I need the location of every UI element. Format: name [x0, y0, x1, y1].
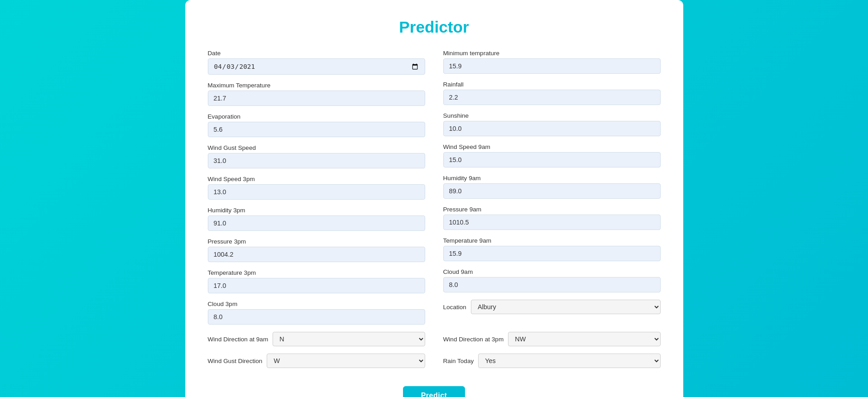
- cloud-3pm-label: Cloud 3pm: [208, 301, 425, 307]
- wind-gust-speed-label: Wind Gust Speed: [208, 144, 425, 151]
- location-label: Location: [443, 304, 466, 311]
- max-temp-label: Maximum Temperature: [208, 82, 425, 89]
- temp-3pm-input[interactable]: [208, 278, 425, 293]
- rain-today-select[interactable]: Yes No: [478, 354, 660, 368]
- humidity-9am-input[interactable]: [443, 183, 661, 199]
- wind-gust-dir-label: Wind Gust Direction: [208, 358, 263, 364]
- rain-today-label: Rain Today: [443, 358, 474, 364]
- max-temp-group: Maximum Temperature: [208, 82, 425, 106]
- pressure-9am-input[interactable]: [443, 215, 661, 230]
- wind-dir-3pm-select[interactable]: NNENNENNWNW EENEESESSE SSESSWSWWWNWWSW: [508, 332, 660, 346]
- location-group: Location Albury BadgerysCreek Cobar Coff…: [443, 300, 661, 314]
- temp-9am-group: Temperature 9am: [443, 237, 661, 261]
- wind-dir-9am-select[interactable]: NNENNENNWNW EENEESESSE SSESSWSWWWNWWSW: [273, 332, 425, 346]
- cloud-3pm-input[interactable]: [208, 309, 425, 325]
- wind-speed-9am-input[interactable]: [443, 152, 661, 167]
- evaporation-group: Evaporation: [208, 113, 425, 137]
- min-temp-label: Minimum temprature: [443, 50, 661, 57]
- wind-dir-3pm-group: Wind Direction at 3pm NNENNENNWNW EENEES…: [443, 332, 661, 346]
- right-column: Minimum temprature Rainfall Sunshine Win…: [443, 50, 661, 332]
- evaporation-input[interactable]: [208, 122, 425, 137]
- rainfall-group: Rainfall: [443, 81, 661, 105]
- pressure-9am-group: Pressure 9am: [443, 206, 661, 230]
- wind-gust-dir-group: Wind Gust Direction NNENNENNWNW EENEESES…: [208, 354, 425, 368]
- rain-today-group: Rain Today Yes No: [443, 354, 661, 368]
- evaporation-label: Evaporation: [208, 113, 425, 120]
- sunshine-label: Sunshine: [443, 112, 661, 119]
- predict-button[interactable]: Predict: [403, 386, 465, 397]
- left-column: Date Maximum Temperature Evaporation Win…: [208, 50, 425, 332]
- left-dropdowns: Wind Direction at 9am NNENNENNWNW EENEES…: [208, 332, 425, 375]
- wind-gust-speed-input[interactable]: [208, 153, 425, 168]
- cloud-9am-group: Cloud 9am: [443, 268, 661, 292]
- page-title: Predictor: [208, 18, 661, 36]
- location-select[interactable]: Albury BadgerysCreek Cobar CoffsHarbour …: [471, 300, 661, 314]
- humidity-9am-label: Humidity 9am: [443, 175, 661, 182]
- temp-3pm-label: Temperature 3pm: [208, 269, 425, 276]
- wind-speed-3pm-input[interactable]: [208, 184, 425, 200]
- wind-speed-9am-label: Wind Speed 9am: [443, 143, 661, 150]
- rainfall-input[interactable]: [443, 90, 661, 105]
- sunshine-input[interactable]: [443, 121, 661, 136]
- wind-dir-9am-label: Wind Direction at 9am: [208, 336, 269, 343]
- pressure-3pm-input[interactable]: [208, 247, 425, 262]
- humidity-9am-group: Humidity 9am: [443, 175, 661, 199]
- wind-dir-3pm-label: Wind Direction at 3pm: [443, 336, 504, 343]
- date-input[interactable]: [208, 58, 425, 75]
- predict-row: Predict: [208, 386, 661, 397]
- date-group: Date: [208, 50, 425, 75]
- wind-dir-9am-group: Wind Direction at 9am NNENNENNWNW EENEES…: [208, 332, 425, 346]
- cloud-9am-input[interactable]: [443, 277, 661, 292]
- predictor-card: Predictor Date Maximum Temperature Evapo…: [185, 0, 683, 397]
- min-temp-group: Minimum temprature: [443, 50, 661, 74]
- humidity-3pm-input[interactable]: [208, 215, 425, 231]
- temp-9am-input[interactable]: [443, 246, 661, 261]
- form-grid: Date Maximum Temperature Evaporation Win…: [208, 50, 661, 332]
- rainfall-label: Rainfall: [443, 81, 661, 88]
- date-label: Date: [208, 50, 425, 57]
- cloud-3pm-group: Cloud 3pm: [208, 301, 425, 325]
- wind-gust-speed-group: Wind Gust Speed: [208, 144, 425, 168]
- right-dropdowns: Wind Direction at 3pm NNENNENNWNW EENEES…: [443, 332, 661, 375]
- pressure-3pm-group: Pressure 3pm: [208, 238, 425, 262]
- wind-gust-dir-select[interactable]: NNENNENNWNW EENEESESSE SSESSWSWWWNWWSW: [267, 354, 425, 368]
- temp-9am-label: Temperature 9am: [443, 237, 661, 244]
- wind-speed-3pm-label: Wind Speed 3pm: [208, 176, 425, 182]
- min-temp-input[interactable]: [443, 58, 661, 74]
- wind-speed-9am-group: Wind Speed 9am: [443, 143, 661, 167]
- cloud-9am-label: Cloud 9am: [443, 268, 661, 275]
- pressure-9am-label: Pressure 9am: [443, 206, 661, 213]
- sunshine-group: Sunshine: [443, 112, 661, 136]
- pressure-3pm-label: Pressure 3pm: [208, 238, 425, 245]
- temp-3pm-group: Temperature 3pm: [208, 269, 425, 293]
- humidity-3pm-label: Humidity 3pm: [208, 207, 425, 214]
- humidity-3pm-group: Humidity 3pm: [208, 207, 425, 231]
- dropdowns-row: Wind Direction at 9am NNENNENNWNW EENEES…: [208, 332, 661, 375]
- wind-speed-3pm-group: Wind Speed 3pm: [208, 176, 425, 200]
- max-temp-input[interactable]: [208, 91, 425, 106]
